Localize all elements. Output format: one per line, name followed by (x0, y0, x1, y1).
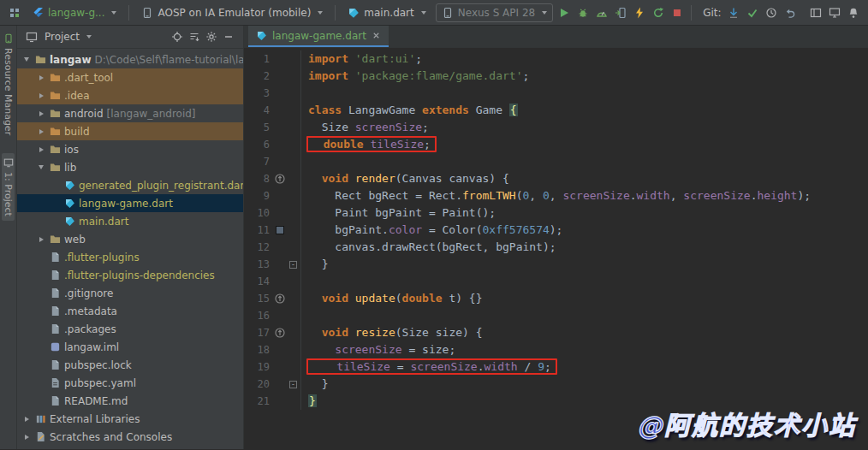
code-text[interactable]: } (308, 393, 317, 410)
gutter[interactable]: 7 (244, 153, 301, 170)
code-line-7[interactable]: 7 (244, 153, 868, 170)
code-line-9[interactable]: 9 Rect bgRect = Rect.fromLTWH(0, 0, scre… (244, 187, 868, 204)
tree-item-flutter-plugins-dependencies[interactable]: .flutter-plugins-dependencies (17, 266, 243, 284)
hot-restart-button[interactable] (649, 3, 668, 22)
chevron-right-icon[interactable] (37, 237, 45, 242)
tree-item-metadata[interactable]: .metadata (17, 302, 243, 320)
code-text[interactable]: void update(double t) {} (308, 290, 483, 307)
code-text[interactable]: void resize(Size size) { (308, 324, 483, 341)
code-line-5[interactable]: 5 Size screenSize; (244, 119, 868, 136)
tree-item-pubspec-yaml[interactable]: pubspec.yaml (17, 374, 243, 392)
tree-item-generated-plugin-registrant-dart[interactable]: generated_plugin_registrant.dart (17, 176, 243, 194)
settings-button[interactable] (203, 28, 220, 45)
fold-marker-icon[interactable]: - (288, 261, 299, 269)
gutter[interactable]: 20- (244, 376, 301, 393)
code-line-19[interactable]: 19 tileSize = screenSize.width / 9; (244, 358, 868, 376)
gutter[interactable]: 8 (244, 170, 301, 187)
override-icon[interactable] (272, 174, 288, 184)
code-line-10[interactable]: 10 Paint bgPaint = Paint(); (244, 204, 868, 222)
tree-item-web[interactable]: web (17, 230, 243, 248)
code-text[interactable]: import 'dart:ui'; (308, 50, 422, 68)
code-text[interactable]: Paint bgPaint = Paint(); (308, 204, 496, 222)
tree-item-dart-tool[interactable]: .dart_tool (17, 68, 243, 86)
code-line-11[interactable]: 11 bgPaint.color = Color(0xff576574); (244, 222, 868, 239)
gutter[interactable]: 14 (244, 273, 301, 290)
chevron-right-icon[interactable] (37, 75, 45, 80)
close-icon[interactable] (372, 31, 381, 40)
tree-item-scratches-and-consoles[interactable]: Scratches and Consoles (17, 428, 243, 446)
gutter[interactable]: 4 (244, 102, 301, 119)
project-widget-button[interactable] (5, 3, 24, 22)
chevron-right-icon[interactable] (37, 93, 45, 98)
tree-item-ios[interactable]: ios (17, 140, 243, 158)
git-revert-button[interactable] (781, 3, 800, 22)
gutter[interactable]: 10 (244, 204, 301, 222)
layout-button[interactable] (806, 3, 825, 22)
code-line-14[interactable]: 14 (244, 273, 868, 290)
code-line-2[interactable]: 2import 'package:flame/game.dart'; (244, 68, 868, 85)
code-text[interactable]: double tileSize; (308, 136, 437, 153)
gutter[interactable]: 13- (244, 256, 301, 273)
tree-item-external-libraries[interactable]: External Libraries (17, 410, 243, 428)
device-selector[interactable]: AOSP on IA Emulator (mobile) (135, 3, 329, 22)
tree-item-langaw-game-dart[interactable]: langaw-game.dart (17, 194, 243, 212)
gutter[interactable]: 19 (244, 358, 301, 376)
override-icon[interactable] (272, 293, 288, 304)
gutter[interactable]: 15 (244, 290, 301, 307)
tool-button-project[interactable]: 1: Project (2, 153, 15, 221)
tree-item-gitignore[interactable]: .gitignore (17, 284, 243, 302)
code-text[interactable]: bgPaint.color = Color(0xff576574); (308, 222, 562, 239)
git-history-button[interactable] (762, 3, 781, 22)
tree-item-build[interactable]: build (17, 122, 243, 140)
code-text[interactable]: } (308, 256, 328, 273)
project-selector[interactable]: langaw-g... (26, 3, 122, 22)
chevron-down-icon[interactable] (22, 57, 31, 62)
tree-item-readme-md[interactable]: README.md (17, 392, 243, 410)
gutter[interactable]: 11 (244, 222, 301, 239)
tool-button-resource-manager[interactable]: Resource Manager (2, 29, 15, 139)
code-line-8[interactable]: 8 void render(Canvas canvas) { (244, 170, 868, 187)
code-line-16[interactable]: 16 (244, 307, 868, 324)
gutter[interactable]: 5 (244, 119, 301, 136)
hide-panel-button[interactable] (220, 28, 237, 45)
locate-file-button[interactable] (169, 28, 186, 45)
fold-marker-icon[interactable]: - (288, 381, 299, 388)
gutter[interactable]: 2 (244, 68, 301, 85)
code-text[interactable]: void render(Canvas canvas) { (308, 170, 509, 187)
chevron-right-icon[interactable] (37, 129, 45, 134)
gutter[interactable]: 6 (244, 136, 301, 153)
color-preview-swatch[interactable] (272, 226, 288, 234)
gutter[interactable]: 16 (244, 307, 301, 324)
tree-item-flutter-plugins[interactable]: .flutter-plugins (17, 248, 243, 266)
chevron-right-icon[interactable] (37, 147, 45, 152)
code-text[interactable]: class LangawGame extends Game { (308, 102, 518, 119)
gutter[interactable]: 3 (244, 85, 301, 102)
code-text[interactable]: } (308, 376, 328, 393)
gutter[interactable]: 21 (244, 393, 301, 410)
code-text[interactable]: Rect bgRect = Rect.fromLTWH(0, 0, screen… (308, 187, 811, 204)
tree-item-idea[interactable]: .idea (17, 86, 243, 104)
code-line-18[interactable]: 18 screenSize = size; (244, 341, 868, 358)
android-target-selector[interactable]: Nexus S API 28 (436, 3, 553, 22)
override-icon[interactable] (272, 328, 288, 338)
tree-item-pubspec-lock[interactable]: pubspec.lock (17, 356, 243, 374)
gutter[interactable]: 1 (244, 50, 301, 68)
chevron-right-icon[interactable] (22, 417, 31, 422)
collapse-all-button[interactable] (186, 28, 203, 45)
profiler-button[interactable] (592, 3, 611, 22)
code-editor[interactable]: 1import 'dart:ui';2import 'package:flame… (244, 48, 868, 449)
terminal-button[interactable] (825, 3, 844, 22)
code-text[interactable]: import 'package:flame/game.dart'; (308, 68, 529, 85)
stop-button[interactable] (668, 3, 687, 22)
code-line-6[interactable]: 6 double tileSize; (244, 136, 868, 153)
notifications-button[interactable] (844, 3, 863, 22)
code-line-3[interactable]: 3 (244, 85, 868, 102)
gutter[interactable]: 17 (244, 324, 301, 341)
tree-item-lib[interactable]: lib (17, 158, 243, 176)
code-line-15[interactable]: 15 void update(double t) {} (244, 290, 868, 307)
code-line-4[interactable]: 4class LangawGame extends Game { (244, 102, 868, 119)
tree-item-langaw[interactable]: langaw D:\Code\Self\flame-tutorial\la (17, 50, 243, 68)
tree-item-main-dart[interactable]: main.dart (17, 212, 243, 230)
code-line-21[interactable]: 21} (244, 393, 868, 410)
hot-reload-button[interactable] (630, 3, 649, 22)
